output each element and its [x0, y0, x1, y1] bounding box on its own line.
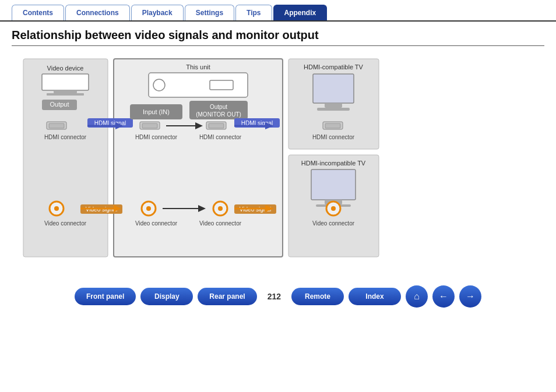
svg-text:Output: Output	[50, 101, 69, 108]
svg-text:Video connector: Video connector	[135, 220, 178, 227]
home-icon: ⌂	[414, 291, 420, 302]
svg-text:HDMI connector: HDMI connector	[199, 134, 242, 140]
display-button[interactable]: Display	[140, 288, 193, 305]
svg-text:This unit: This unit	[186, 63, 210, 70]
front-panel-button[interactable]: Front panel	[75, 288, 136, 305]
svg-rect-41	[317, 108, 350, 111]
svg-point-58	[218, 206, 223, 211]
svg-text:Video device: Video device	[47, 65, 84, 72]
svg-text:Video connector: Video connector	[44, 220, 87, 227]
nav-tabs: Contents Connections Playback Settings T…	[0, 0, 556, 20]
back-icon: ←	[439, 291, 448, 302]
forward-button[interactable]: →	[459, 285, 481, 308]
svg-text:(MONITOR OUT): (MONITOR OUT)	[196, 111, 241, 118]
svg-rect-5	[42, 74, 89, 90]
tab-connections[interactable]: Connections	[65, 5, 130, 20]
bottom-nav: Front panel Display Rear panel 212 Remot…	[0, 276, 556, 313]
svg-point-53	[146, 206, 151, 211]
diagram-svg: Video device Output HDMI connector HDMI …	[17, 53, 550, 274]
tab-tips[interactable]: Tips	[235, 5, 272, 20]
svg-text:Video connector: Video connector	[199, 220, 242, 227]
diagram-container: Video device Output HDMI connector HDMI …	[12, 53, 544, 276]
back-button[interactable]: ←	[432, 285, 455, 308]
svg-text:HDMI-incompatible TV: HDMI-incompatible TV	[301, 160, 366, 167]
tab-settings[interactable]: Settings	[185, 5, 234, 20]
main-content: Video device Output HDMI connector HDMI …	[0, 53, 556, 276]
svg-text:Output: Output	[210, 104, 227, 110]
svg-text:HDMI connector: HDMI connector	[135, 134, 178, 140]
svg-rect-39	[313, 74, 354, 103]
svg-rect-27	[142, 123, 157, 128]
tab-contents[interactable]: Contents	[12, 5, 64, 20]
rear-panel-button[interactable]: Rear panel	[198, 288, 256, 305]
page-title: Relationship between video signals and m…	[12, 29, 544, 42]
svg-rect-7	[47, 93, 84, 96]
svg-text:HDMI connector: HDMI connector	[312, 134, 355, 140]
forward-icon: →	[466, 291, 475, 302]
svg-point-46	[54, 206, 59, 211]
tab-playback[interactable]: Playback	[131, 5, 184, 20]
page-number: 212	[268, 292, 281, 301]
home-button[interactable]: ⌂	[406, 285, 428, 308]
svg-text:Video connector: Video connector	[312, 220, 355, 227]
svg-rect-43	[325, 123, 340, 128]
index-button[interactable]: Index	[349, 288, 401, 305]
svg-rect-40	[325, 103, 342, 108]
remote-button[interactable]: Remote	[291, 288, 344, 305]
svg-text:Input (IN): Input (IN)	[143, 108, 170, 115]
svg-point-69	[331, 206, 336, 211]
title-area: Relationship between video signals and m…	[0, 20, 556, 53]
svg-rect-32	[209, 123, 224, 128]
svg-text:HDMI-compatible TV: HDMI-compatible TV	[304, 63, 364, 70]
svg-rect-65	[311, 169, 356, 200]
svg-text:HDMI connector: HDMI connector	[44, 134, 87, 140]
tab-appendix[interactable]: Appendix	[273, 5, 328, 20]
svg-rect-6	[54, 90, 77, 93]
svg-rect-11	[49, 123, 64, 128]
